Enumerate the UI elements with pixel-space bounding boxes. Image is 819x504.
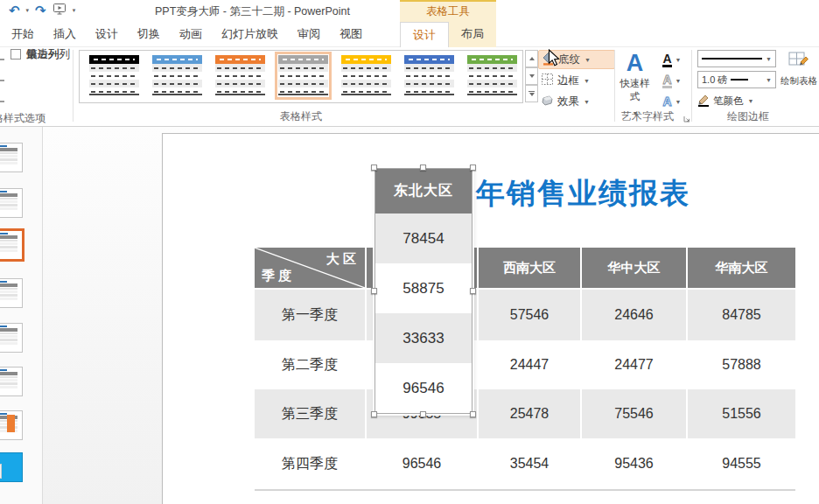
ribbon-tab[interactable]: 动画 bbox=[170, 22, 212, 47]
slide-thumbnail-panel[interactable] bbox=[0, 127, 43, 504]
dragged-table-column[interactable]: 东北大区 78454588753363396546 bbox=[374, 168, 472, 414]
contextual-tab[interactable]: 布局 bbox=[449, 22, 496, 47]
table-styles-group-label: 表格样式 bbox=[79, 109, 523, 124]
pen-style-dropdown[interactable]: ▼ bbox=[697, 50, 776, 67]
gallery-scroll-up-button[interactable] bbox=[525, 50, 538, 67]
customize-qat-icon[interactable]: ▾ bbox=[73, 7, 76, 14]
undo-dropdown-icon[interactable]: ▾ bbox=[26, 7, 30, 14]
row-label-cell[interactable]: 第三季度 bbox=[255, 389, 365, 438]
quick-styles-label: 快速样式 bbox=[615, 77, 654, 103]
redo-icon[interactable]: ↷ bbox=[35, 2, 46, 19]
swatch-header bbox=[152, 55, 202, 64]
text-outline-button[interactable]: A ▼ bbox=[657, 71, 687, 90]
value-cell[interactable]: 24477 bbox=[582, 342, 686, 388]
slide-thumbnail[interactable] bbox=[0, 278, 23, 308]
start-slideshow-icon[interactable] bbox=[52, 3, 66, 18]
clipped-checkbox-fragment bbox=[0, 80, 4, 81]
table-style-swatch[interactable] bbox=[341, 55, 391, 96]
value-cell[interactable]: 24646 bbox=[582, 290, 686, 340]
ribbon-tab[interactable]: 幻灯片放映 bbox=[212, 22, 288, 47]
table-style-swatch[interactable] bbox=[89, 55, 139, 96]
slide-thumbnail[interactable] bbox=[0, 452, 23, 482]
column-header[interactable]: 华南大区 bbox=[688, 248, 795, 288]
row-label-cell[interactable]: 第四季度 bbox=[255, 440, 365, 487]
table-style-swatch[interactable] bbox=[278, 55, 328, 96]
undo-icon[interactable]: ↶ bbox=[9, 2, 20, 19]
effects-button[interactable]: 效果 ▼ bbox=[538, 92, 615, 111]
effects-icon bbox=[541, 94, 554, 109]
table-row: 第一季度 57546 24646 84785 bbox=[255, 290, 795, 340]
row-label-cell[interactable]: 第二季度 bbox=[255, 342, 365, 388]
value-cell[interactable]: 24447 bbox=[479, 342, 580, 388]
slide-thumbnail[interactable] bbox=[0, 410, 23, 440]
group-separator bbox=[73, 50, 74, 122]
value-cell[interactable]: 57888 bbox=[688, 342, 795, 388]
swatch-header bbox=[467, 55, 517, 64]
slide-thumbnail[interactable] bbox=[0, 143, 23, 172]
slide-thumbnail[interactable] bbox=[0, 228, 24, 262]
row-label-cell[interactable]: 第一季度 bbox=[255, 290, 365, 340]
table-style-swatch[interactable] bbox=[467, 55, 517, 96]
draw-borders-group-label: 绘图边框 bbox=[696, 109, 801, 124]
ribbon: 第一列 最后一列 镶边列 表格样式选项 bbox=[0, 47, 819, 127]
slide-thumbnail[interactable] bbox=[0, 367, 23, 396]
ribbon-tab[interactable]: 开始 bbox=[2, 22, 44, 47]
ribbon-tab[interactable]: 设计 bbox=[86, 22, 128, 47]
group-separator bbox=[691, 50, 692, 122]
table-style-swatch[interactable] bbox=[215, 55, 265, 96]
sales-table[interactable]: 大 区 季 度 西南大区 华中大区 华南大区 第一季度 57546 24646 … bbox=[255, 248, 795, 491]
pen-weight-value: 1.0 磅 bbox=[702, 74, 727, 87]
checkbox-icon[interactable] bbox=[10, 49, 21, 60]
quick-styles-button[interactable]: A 快速样式 ▼ bbox=[615, 50, 654, 106]
ribbon-tab[interactable]: 切换 bbox=[128, 22, 170, 47]
pen-color-button[interactable]: 笔颜色 ▼ bbox=[697, 92, 767, 109]
column-header[interactable]: 西南大区 bbox=[479, 248, 580, 288]
resize-handle-nw[interactable] bbox=[371, 164, 377, 171]
resize-handle-e[interactable] bbox=[470, 288, 476, 294]
contextual-tab[interactable]: 设计 bbox=[400, 22, 449, 47]
value-cell[interactable]: 75546 bbox=[582, 389, 686, 438]
dragged-column-cell[interactable]: 58875 bbox=[375, 263, 472, 313]
value-cell[interactable]: 84785 bbox=[688, 290, 795, 340]
text-effects-button[interactable]: A ▼ bbox=[657, 92, 687, 111]
slide-thumbnail[interactable] bbox=[0, 188, 23, 218]
value-cell[interactable]: 94555 bbox=[688, 440, 795, 487]
gallery-more-button[interactable] bbox=[525, 85, 538, 102]
text-fill-button[interactable]: A ▼ bbox=[657, 50, 687, 69]
draw-table-button[interactable]: 绘制表格 bbox=[780, 49, 818, 107]
clipped-checkbox-fragment bbox=[0, 101, 4, 102]
text-effects-dropdown-icon: ▼ bbox=[676, 99, 682, 105]
resize-handle-sw[interactable] bbox=[371, 411, 377, 417]
mouse-cursor-icon bbox=[548, 49, 561, 71]
table-corner-cell[interactable]: 大 区 季 度 bbox=[255, 248, 365, 288]
resize-handle-s[interactable] bbox=[420, 411, 426, 417]
value-cell[interactable]: 51556 bbox=[688, 389, 795, 438]
column-header[interactable]: 华中大区 bbox=[582, 248, 686, 288]
resize-handle-ne[interactable] bbox=[470, 164, 476, 171]
ribbon-tab[interactable]: 视图 bbox=[330, 22, 372, 47]
ribbon-tab[interactable]: 插入 bbox=[44, 22, 86, 47]
style-option-checkbox-row[interactable]: 镶边列 bbox=[10, 47, 60, 61]
dragged-column-header[interactable]: 东北大区 bbox=[375, 169, 472, 214]
borders-button[interactable]: 边框 ▼ bbox=[538, 71, 615, 90]
wordart-dialog-launcher-icon[interactable] bbox=[682, 111, 691, 127]
pen-weight-dropdown[interactable]: 1.0 磅 ▼ bbox=[697, 71, 776, 88]
dragged-column-cell[interactable]: 78454 bbox=[375, 214, 472, 263]
table-style-swatch[interactable] bbox=[152, 55, 202, 96]
resize-handle-n[interactable] bbox=[420, 164, 426, 171]
dragged-column-cell[interactable]: 33633 bbox=[375, 313, 472, 363]
value-cell[interactable]: 35454 bbox=[479, 440, 580, 487]
slide-title[interactable]: 年销售业绩报表 bbox=[476, 174, 690, 214]
value-cell[interactable]: 95436 bbox=[582, 440, 686, 487]
dragged-column-cell[interactable]: 96546 bbox=[375, 363, 472, 413]
value-cell[interactable]: 25478 bbox=[479, 389, 580, 438]
value-cell[interactable]: 96546 bbox=[367, 440, 477, 487]
ribbon-tab[interactable]: 审阅 bbox=[288, 22, 330, 47]
value-cell[interactable]: 57546 bbox=[479, 290, 580, 340]
table-style-swatch[interactable] bbox=[404, 55, 454, 96]
resize-handle-se[interactable] bbox=[470, 411, 476, 417]
resize-handle-w[interactable] bbox=[371, 288, 377, 294]
table-row: 第三季度 99655 25478 75546 51556 bbox=[255, 389, 795, 438]
slide-thumbnail[interactable] bbox=[0, 323, 23, 353]
gallery-scroll-down-button[interactable] bbox=[525, 67, 538, 85]
